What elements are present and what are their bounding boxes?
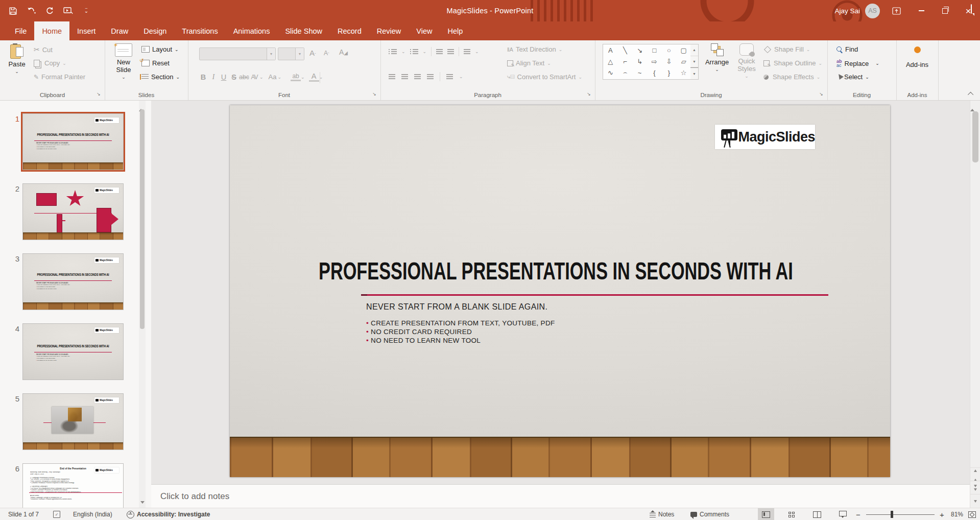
restore-button[interactable] bbox=[933, 0, 957, 21]
slide-editing-surface[interactable]: MagicSlides PROFESSIONAL PRESENTATIONS I… bbox=[230, 105, 890, 477]
scroll-up-icon[interactable] bbox=[970, 100, 974, 111]
shape-right-brace-icon[interactable]: } bbox=[662, 67, 677, 78]
reset-button[interactable]: Reset bbox=[141, 59, 170, 67]
view-slideshow-button[interactable] bbox=[834, 508, 851, 520]
align-text-button[interactable]: Align Text⌄ bbox=[507, 59, 551, 67]
shape-line-icon[interactable]: ╲ bbox=[618, 44, 633, 56]
shapes-gallery-scrollbar[interactable]: ▲▼▼ bbox=[690, 44, 699, 80]
shape-oval-icon[interactable]: ○ bbox=[662, 44, 677, 56]
quick-styles-button[interactable]: Quick Styles⌄ bbox=[733, 43, 760, 78]
thumbnail-slide-5[interactable]: 5 MagicSlides bbox=[22, 393, 124, 450]
tab-view[interactable]: View bbox=[409, 21, 440, 40]
thumbnail-scrollbar[interactable] bbox=[139, 100, 146, 508]
shape-left-brace-icon[interactable]: { bbox=[647, 67, 662, 78]
find-button[interactable]: Find bbox=[836, 45, 858, 53]
underline-button[interactable]: U bbox=[219, 73, 229, 81]
arrange-button[interactable]: Arrange⌄ bbox=[703, 43, 731, 72]
comments-toggle[interactable]: Comments bbox=[690, 508, 729, 520]
cut-button[interactable]: ✂Cut bbox=[34, 45, 53, 54]
account-name[interactable]: Ajay Sai bbox=[834, 7, 860, 15]
shape-rounded-rectangle-icon[interactable]: ▢ bbox=[676, 44, 691, 56]
scrollbar-thumb[interactable] bbox=[972, 111, 978, 162]
justify-icon[interactable] bbox=[427, 74, 434, 79]
tab-help[interactable]: Help bbox=[440, 21, 470, 40]
notes-toggle[interactable]: Notes bbox=[650, 508, 674, 520]
shape-star-icon[interactable]: ☆ bbox=[676, 67, 691, 78]
addins-button[interactable]: Add-ins bbox=[903, 46, 931, 68]
format-painter-button[interactable]: ✎Format Painter bbox=[34, 73, 85, 81]
character-spacing-button[interactable]: AV bbox=[249, 74, 259, 81]
shape-right-arrow-icon[interactable]: ⇨ bbox=[647, 56, 662, 67]
slide-bullet[interactable]: NO CREDIT CARD REQUIRED bbox=[366, 328, 555, 336]
shape-scribble-icon[interactable]: ∿ bbox=[603, 67, 618, 78]
shape-triangle-icon[interactable]: △ bbox=[603, 56, 618, 67]
slide-subtitle[interactable]: NEVER START FROM A BLANK SLIDE AGAIN. bbox=[366, 302, 547, 312]
thumbnail-slide-3[interactable]: 3 MagicSlides PROFESSIONAL PRESENTATIONS… bbox=[22, 253, 124, 310]
text-direction-button[interactable]: ‖A Text Direction⌄ bbox=[507, 45, 562, 53]
font-size-combo[interactable]: ▾ bbox=[278, 48, 304, 60]
paragraph-dialog-launcher-icon[interactable] bbox=[585, 90, 592, 98]
slide-bullet[interactable]: NO NEED TO LEARN NEW TOOL bbox=[366, 337, 555, 344]
notes-pane[interactable]: Click to add notes bbox=[151, 484, 970, 508]
align-center-icon[interactable] bbox=[401, 74, 408, 79]
convert-smartart-button[interactable]: ⤷▤ Convert to SmartArt⌄ bbox=[507, 73, 582, 81]
editor-vertical-scrollbar[interactable] bbox=[970, 100, 980, 508]
ribbon-display-options-icon[interactable] bbox=[891, 0, 901, 21]
scrollbar-thumb[interactable] bbox=[140, 109, 145, 329]
language-indicator[interactable]: English (India) bbox=[73, 508, 112, 520]
grow-font-button[interactable]: Aˆ bbox=[309, 49, 316, 57]
tab-design[interactable]: Design bbox=[136, 21, 174, 40]
slide-title[interactable]: PROFESSIONAL PRESENTATIONS IN SECONDS WI… bbox=[319, 256, 733, 285]
replace-button[interactable]: abac Replace⌄ bbox=[836, 59, 879, 67]
zoom-slider-track[interactable] bbox=[866, 514, 935, 515]
section-button[interactable]: Section⌄ bbox=[141, 73, 180, 81]
tab-slide-show[interactable]: Slide Show bbox=[277, 21, 330, 40]
zoom-out-button[interactable]: − bbox=[856, 508, 861, 520]
line-spacing-icon[interactable] bbox=[464, 49, 470, 54]
bullets-icon[interactable] bbox=[389, 49, 397, 54]
increase-indent-icon[interactable] bbox=[447, 49, 454, 54]
spell-check-icon[interactable]: ✓ bbox=[53, 508, 60, 520]
layout-button[interactable]: Layout⌄ bbox=[141, 45, 179, 53]
new-slide-button[interactable]: ✶ New Slide⌄ bbox=[110, 43, 137, 79]
shape-effects-button[interactable]: Shape Effects⌄ bbox=[763, 73, 820, 81]
tab-file[interactable]: File bbox=[7, 21, 34, 40]
shrink-font-button[interactable]: Aˇ bbox=[324, 50, 329, 57]
zoom-level[interactable]: 81% bbox=[951, 508, 963, 520]
shape-text-box-icon[interactable]: A bbox=[603, 44, 618, 56]
fit-slide-button[interactable] bbox=[968, 508, 976, 520]
shadow-button[interactable]: S bbox=[229, 73, 239, 81]
zoom-slider-handle[interactable] bbox=[891, 511, 893, 518]
tab-home[interactable]: Home bbox=[34, 21, 69, 40]
comments-icon[interactable] bbox=[971, 5, 972, 14]
slide-indicator[interactable]: Slide 1 of 7 bbox=[8, 508, 39, 520]
strikethrough-button[interactable]: abc bbox=[239, 74, 249, 81]
shape-elbow-arrow-icon[interactable]: ↳ bbox=[632, 56, 647, 67]
align-right-icon[interactable] bbox=[414, 74, 421, 79]
decrease-indent-icon[interactable] bbox=[436, 49, 443, 54]
font-dialog-launcher-icon[interactable] bbox=[371, 90, 378, 98]
font-name-combo[interactable]: ▾ bbox=[199, 48, 276, 60]
copy-button[interactable]: Copy⌄ bbox=[34, 59, 66, 67]
accessibility-status[interactable]: Accessibility: Investigate bbox=[127, 508, 210, 520]
zoom-in-button[interactable]: + bbox=[940, 508, 944, 520]
shape-outline-button[interactable]: Shape Outline⌄ bbox=[763, 59, 822, 67]
close-button[interactable]: × bbox=[957, 0, 980, 21]
shape-fill-button[interactable]: Shape Fill⌄ bbox=[763, 45, 810, 53]
thumbnail-slide-1[interactable]: 1 MagicSlides PROFESSIONAL PRESENTATIONS… bbox=[22, 113, 124, 170]
drawing-dialog-launcher-icon[interactable] bbox=[818, 90, 825, 98]
font-color-button[interactable]: A bbox=[309, 72, 319, 82]
bold-button[interactable]: B bbox=[198, 73, 208, 81]
notes-placeholder[interactable]: Click to add notes bbox=[160, 491, 229, 502]
shape-down-arrow-icon[interactable]: ⇩ bbox=[662, 56, 677, 67]
clipboard-dialog-launcher-icon[interactable] bbox=[95, 90, 102, 98]
slide-bullet-list[interactable]: CREATE PRESENTATION FROM TEXT, YOUTUBE, … bbox=[366, 320, 555, 344]
collapse-ribbon-icon[interactable] bbox=[967, 90, 976, 98]
columns-icon[interactable] bbox=[446, 74, 453, 79]
change-case-button[interactable]: Aa bbox=[268, 73, 278, 81]
shape-freeform-icon[interactable]: ▱ bbox=[676, 56, 691, 67]
scroll-down-icon[interactable] bbox=[140, 501, 145, 504]
select-button[interactable]: Select⌄ bbox=[836, 73, 869, 81]
highlight-color-button[interactable]: ab bbox=[291, 73, 301, 81]
next-slide-button[interactable] bbox=[970, 481, 980, 494]
